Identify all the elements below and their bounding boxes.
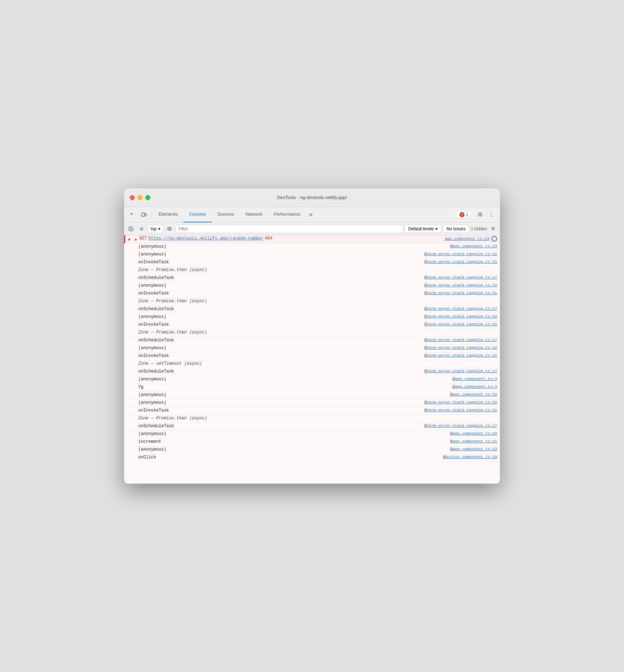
at-symbol: @	[424, 252, 427, 257]
source-link[interactable]: app.component.ts:4	[455, 385, 497, 389]
error-badge[interactable]: ✕ 1	[456, 211, 472, 218]
tab-console[interactable]: Console	[183, 207, 212, 222]
at-symbol: @	[452, 377, 455, 382]
list-item: increment @ app.component.ts:21	[124, 439, 500, 446]
at-symbol: @	[450, 244, 452, 249]
source-link[interactable]: zone-async-stack-tagging.ts:17	[427, 424, 497, 428]
source-link[interactable]: zone-async-stack-tagging.ts:31	[427, 291, 497, 295]
list-item: (anonymous) @ app.component.ts:4	[124, 376, 500, 384]
svg-rect-0	[142, 213, 145, 216]
tab-performance[interactable]: Performance	[268, 207, 306, 222]
entry-text: onInvokeTask	[138, 291, 169, 296]
http-method: GET	[139, 236, 147, 241]
source-link[interactable]: zone-async-stack-tagging.ts:31	[427, 353, 497, 358]
close-button[interactable]	[130, 195, 135, 200]
source-link[interactable]: zone-async-stack-tagging.ts:17	[427, 307, 497, 311]
tab-sources[interactable]: Sources	[212, 207, 240, 222]
devtools-window: DevTools - ng-devtools.netlify.app/ Elem…	[124, 188, 500, 484]
svg-rect-1	[145, 214, 146, 216]
filter-input[interactable]	[176, 225, 403, 233]
at-symbol: @	[424, 260, 427, 265]
tab-divider	[151, 211, 151, 218]
source-link-main[interactable]: app.component.ts:23	[445, 237, 489, 241]
list-item: onInvokeTask @ zone-async-stack-tagging.…	[124, 321, 500, 329]
list-item: onScheduleTask @ zone-async-stack-taggin…	[124, 275, 500, 282]
source-link[interactable]: app.component.ts:4	[455, 377, 497, 381]
source-link[interactable]: zone-async-stack-tagging.ts:32	[427, 314, 497, 319]
title-bar: DevTools - ng-devtools.netlify.app/	[124, 188, 500, 207]
eye-button[interactable]	[165, 224, 174, 233]
tab-elements[interactable]: Elements	[153, 207, 183, 222]
more-tabs-button[interactable]: »	[306, 210, 316, 220]
list-item: Zone — Promise.then (async)	[124, 329, 500, 337]
source-link[interactable]: zone-async-stack-tagging.ts:17	[427, 275, 497, 280]
list-item: (anonymous) @ zone-async-stack-tagging.t…	[124, 282, 500, 290]
issues-button[interactable]: No Issues	[443, 225, 469, 233]
source-link[interactable]: zone-async-stack-tagging.ts:32	[427, 346, 497, 350]
source-link[interactable]: zone-async-stack-tagging.ts:17	[427, 369, 497, 373]
error-url[interactable]: https://ng-devtools.netlify.app/random-n…	[149, 236, 263, 241]
upload-icon[interactable]: ↑	[491, 236, 497, 242]
error-icon: ✖	[128, 236, 134, 242]
device-toggle-button[interactable]	[138, 209, 150, 220]
status-code: 404	[265, 236, 273, 241]
list-item: (anonymous) @ app.component.ts:22	[124, 392, 500, 400]
context-chevron-icon: ▾	[158, 226, 160, 231]
at-symbol: @	[424, 408, 427, 413]
at-symbol: @	[450, 392, 452, 397]
source-link[interactable]: app.component.ts:13	[453, 447, 497, 451]
source-link[interactable]: zone-async-stack-tagging.ts:32	[427, 252, 497, 256]
source-link[interactable]: app.component.ts:23	[453, 244, 497, 248]
list-item: Zone — Promise.then (async)	[124, 267, 500, 275]
source-link[interactable]: app.component.ts:22	[453, 392, 497, 397]
hidden-count: 1 hidden	[471, 226, 487, 231]
context-selector[interactable]: top ▾	[147, 225, 163, 233]
source-link[interactable]: app.component.ts:22	[453, 431, 497, 436]
console-settings-button[interactable]: ⚙	[489, 224, 498, 233]
block-requests-button[interactable]: ⊘	[137, 224, 146, 233]
list-item: onInvokeTask @ zone-async-stack-tagging.…	[124, 353, 500, 360]
source-link[interactable]: zone-async-stack-tagging.ts:32	[427, 283, 497, 287]
expand-arrow[interactable]: ▶	[135, 236, 139, 242]
more-options-button[interactable]: ⋮	[486, 209, 497, 220]
list-item: onScheduleTask @ zone-async-stack-taggin…	[124, 368, 500, 376]
minimize-button[interactable]	[138, 195, 143, 200]
source-link[interactable]: zone-async-stack-tagging.ts:31	[427, 322, 497, 326]
source-link[interactable]: app.component.ts:21	[453, 439, 497, 444]
entry-text: onScheduleTask	[138, 307, 174, 312]
svg-point-4	[167, 227, 172, 230]
maximize-button[interactable]	[145, 195, 150, 200]
list-item: (anonymous) @ app.component.ts:23	[124, 243, 500, 251]
at-symbol: @	[443, 455, 446, 460]
at-symbol: @	[424, 283, 427, 288]
at-symbol: @	[424, 275, 427, 280]
source-link[interactable]: zone-async-stack-tagging.ts:31	[427, 408, 497, 412]
at-symbol: @	[424, 353, 427, 358]
at-symbol: @	[424, 307, 427, 312]
entry-text: onScheduleTask	[138, 275, 174, 280]
list-item: onInvokeTask @ zone-async-stack-tagging.…	[124, 407, 500, 415]
log-levels-selector[interactable]: Default levels ▾	[405, 225, 441, 233]
list-item: Zone — setTimeout (async)	[124, 360, 500, 368]
traffic-lights	[130, 195, 150, 200]
at-symbol: @	[424, 322, 427, 327]
at-symbol: @	[424, 338, 427, 343]
entry-text: (anonymous)	[138, 447, 166, 452]
source-link[interactable]: zone-async-stack-tagging.ts:17	[427, 338, 497, 342]
source-link[interactable]: zone-async-stack-tagging.ts:32	[427, 400, 497, 404]
at-symbol: @	[452, 385, 455, 390]
settings-button[interactable]: ⚙	[474, 209, 486, 220]
source-link[interactable]: button.component.ts:18	[446, 455, 497, 459]
async-label: Zone — Promise.then (async)	[138, 416, 207, 421]
inspect-element-button[interactable]	[127, 209, 138, 220]
source-link[interactable]: zone-async-stack-tagging.ts:31	[427, 260, 497, 264]
async-label: Zone — Promise.then (async)	[138, 299, 207, 304]
error-entry-main: ✖ ▶ GET https://ng-devtools.netlify.app/…	[124, 235, 500, 243]
list-item: (anonymous) @ app.component.ts:13	[124, 446, 500, 454]
list-item: Zone — Promise.then (async)	[124, 415, 500, 423]
issues-label: No Issues	[447, 226, 466, 231]
at-symbol: @	[424, 346, 427, 351]
tab-network[interactable]: Network	[240, 207, 268, 222]
clear-console-button[interactable]	[126, 224, 135, 233]
entry-text: onScheduleTask	[138, 369, 174, 374]
